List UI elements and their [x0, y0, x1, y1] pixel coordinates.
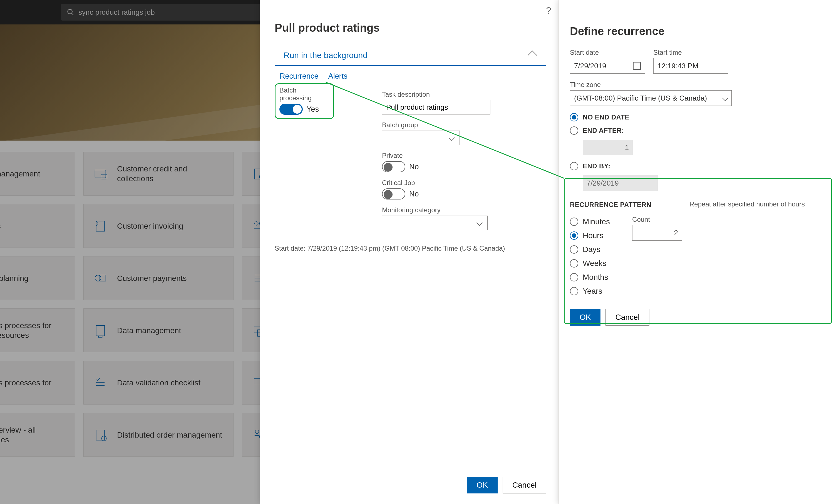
radio-no-end-date[interactable] [570, 113, 578, 121]
start-time-value: 12:19:43 PM [657, 62, 698, 70]
count-label: Count [632, 215, 682, 223]
end-by-date: 7/29/2019 [583, 175, 658, 191]
chevron-down-icon [722, 95, 729, 101]
radio-unit-months[interactable] [570, 273, 578, 281]
recurrence-unit-days[interactable]: Days [570, 245, 610, 254]
task-description-label: Task description [382, 91, 543, 98]
task-description-input[interactable] [382, 100, 490, 114]
unit-label: Weeks [583, 259, 606, 268]
recurrence-unit-months[interactable]: Months [570, 273, 610, 282]
help-icon[interactable]: ? [546, 5, 551, 16]
monitoring-category-label: Monitoring category [382, 206, 543, 214]
cancel-button[interactable]: Cancel [606, 309, 649, 326]
start-date-value: 7/29/2019 [574, 62, 606, 70]
toggle-critical[interactable] [382, 188, 405, 200]
recurrence-unit-hours[interactable]: Hours [570, 231, 610, 240]
radio-end-after[interactable] [570, 127, 578, 135]
end-after-option[interactable]: END AFTER: [570, 127, 823, 135]
batch-group-select[interactable] [382, 131, 460, 145]
start-date-info: Start date: 7/29/2019 (12:19:43 pm) (GMT… [275, 245, 505, 252]
recurrence-unit-years[interactable]: Years [570, 287, 610, 296]
timezone-select[interactable]: (GMT-08:00) Pacific Time (US & Canada) [570, 90, 732, 106]
highlight-batch-processing: Batch processing Yes [275, 83, 334, 119]
chevron-down-icon [477, 220, 483, 226]
start-time-label: Start time [653, 49, 728, 56]
monitoring-category-select[interactable] [382, 215, 488, 230]
radio-unit-weeks[interactable] [570, 259, 578, 268]
background-form: Task description Batch group Private No … [382, 91, 543, 237]
unit-label: Years [583, 287, 602, 296]
calendar-icon [633, 62, 641, 70]
ok-button[interactable]: OK [467, 477, 497, 494]
recurrence-pattern-title: RECURRENCE PATTERN [570, 201, 651, 208]
unit-label: Hours [583, 231, 603, 240]
end-none-option[interactable]: NO END DATE [570, 113, 823, 121]
toggle-critical-value: No [409, 190, 419, 198]
toggle-batch-processing[interactable] [279, 104, 303, 115]
toggle-private-value: No [409, 163, 419, 171]
panel-title: Pull product ratings [275, 22, 546, 34]
link-alerts[interactable]: Alerts [328, 72, 348, 80]
radio-end-by[interactable] [570, 162, 578, 170]
radio-unit-hours[interactable] [570, 231, 578, 240]
toggle-batch-value: Yes [307, 105, 319, 114]
unit-label: Months [583, 273, 608, 282]
end-after-count: 1 [583, 140, 633, 155]
start-date-label: Start date [570, 49, 645, 56]
link-recurrence[interactable]: Recurrence [280, 72, 319, 80]
end-by-option[interactable]: END BY: [570, 162, 823, 170]
panel-footer: OK Cancel [275, 469, 546, 494]
radio-unit-days[interactable] [570, 245, 578, 254]
timezone-value: (GMT-08:00) Pacific Time (US & Canada) [574, 94, 707, 102]
unit-label: Days [583, 245, 600, 254]
batch-group-label: Batch group [382, 121, 543, 129]
cancel-button[interactable]: Cancel [503, 477, 546, 494]
recurrence-unit-list: MinutesHoursDaysWeeksMonthsYears [570, 215, 610, 301]
radio-unit-years[interactable] [570, 287, 578, 295]
start-time-input[interactable]: 12:19:43 PM [653, 58, 728, 74]
tab-links: Recurrence Alerts [280, 72, 546, 81]
count-input[interactable]: 2 [632, 225, 682, 240]
expander-label: Run in the background [284, 50, 368, 60]
chevron-down-icon [449, 135, 455, 141]
timezone-label: Time zone [570, 81, 823, 89]
expander-run-in-background[interactable]: Run in the background [275, 45, 546, 66]
panel-define-recurrence: Define recurrence Start date 7/29/2019 S… [558, 0, 834, 504]
panel-title: Define recurrence [570, 25, 823, 38]
panel-pull-product-ratings: ? Pull product ratings Run in the backgr… [260, 0, 558, 504]
start-date-input[interactable]: 7/29/2019 [570, 58, 645, 74]
recurrence-unit-minutes[interactable]: Minutes [570, 217, 610, 226]
toggle-private[interactable] [382, 161, 405, 172]
chevron-up-icon [528, 50, 537, 60]
batch-processing-label: Batch processing [279, 86, 329, 102]
recurrence-unit-weeks[interactable]: Weeks [570, 259, 610, 268]
ok-button[interactable]: OK [570, 309, 600, 326]
recurrence-hint: Repeat after specified number of hours [689, 200, 805, 208]
private-label: Private [382, 152, 543, 159]
unit-label: Minutes [583, 217, 610, 226]
critical-label: Critical Job [382, 179, 543, 187]
radio-unit-minutes[interactable] [570, 217, 578, 226]
